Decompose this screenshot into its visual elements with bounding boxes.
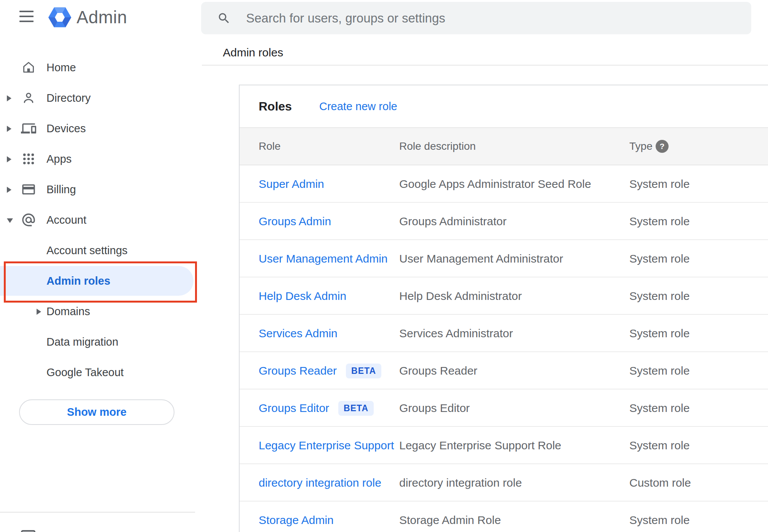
role-description: Storage Admin Role bbox=[399, 502, 501, 532]
role-type: System role bbox=[629, 315, 690, 352]
beta-badge: BETA bbox=[346, 364, 381, 378]
expand-arrow-icon[interactable] bbox=[7, 156, 11, 162]
search-bar bbox=[201, 2, 751, 34]
person-icon bbox=[21, 90, 36, 106]
table-row: Groups ReaderBETAGroups ReaderSystem rol… bbox=[240, 352, 768, 389]
role-type: System role bbox=[629, 240, 690, 277]
sidebar-item-directory[interactable]: Directory bbox=[0, 83, 202, 113]
menu-hamburger-icon[interactable] bbox=[19, 11, 34, 22]
table-row: Groups AdminGroups AdministratorSystem r… bbox=[240, 203, 768, 240]
role-link[interactable]: Groups Admin bbox=[259, 215, 331, 228]
expand-arrow-icon[interactable] bbox=[7, 95, 11, 101]
breadcrumb: Admin roles bbox=[223, 46, 283, 59]
role-type: System role bbox=[629, 352, 690, 389]
role-link[interactable]: User Management Admin bbox=[259, 252, 388, 265]
role-description: Groups Reader bbox=[399, 352, 477, 389]
role-link[interactable]: Legacy Enterprise Support bbox=[259, 439, 394, 452]
sidebar-item-account[interactable]: Account bbox=[0, 205, 202, 235]
column-header-type: Type bbox=[629, 128, 653, 165]
sidebar-item-admin-roles[interactable]: Admin roles bbox=[0, 266, 202, 296]
clipped-bottom-icon bbox=[21, 530, 35, 532]
role-cell: Groups ReaderBETA bbox=[259, 352, 381, 389]
role-link[interactable]: Groups Reader bbox=[259, 364, 337, 377]
role-link[interactable]: Services Admin bbox=[259, 327, 338, 340]
credit-card-icon bbox=[21, 182, 36, 197]
sidebar-item-account-settings[interactable]: Account settings bbox=[0, 235, 202, 266]
topbar-divider bbox=[202, 65, 768, 66]
sidebar-item-domains[interactable]: Domains bbox=[0, 296, 202, 327]
sidebar-bottom-divider bbox=[0, 512, 195, 513]
role-type: System role bbox=[629, 277, 690, 315]
column-header-role: Role bbox=[259, 128, 281, 165]
role-type: System role bbox=[629, 165, 690, 203]
role-link[interactable]: Groups Editor bbox=[259, 402, 329, 415]
apps-icon bbox=[21, 151, 36, 167]
role-link[interactable]: Super Admin bbox=[259, 178, 324, 191]
expand-collapse-icon[interactable] bbox=[7, 218, 13, 223]
table-row: Storage AdminStorage Admin RoleSystem ro… bbox=[240, 502, 768, 532]
item-highlight bbox=[0, 296, 194, 326]
sidebar-item-label: Admin roles bbox=[46, 266, 110, 296]
home-icon bbox=[21, 60, 36, 75]
sidebar-item-label: Directory bbox=[46, 83, 91, 113]
column-header-description: Role description bbox=[399, 128, 476, 165]
role-cell: Groups Admin bbox=[259, 203, 331, 240]
role-description: Google Apps Administrator Seed Role bbox=[399, 165, 591, 203]
role-link[interactable]: Help Desk Admin bbox=[259, 290, 346, 303]
create-new-role-link[interactable]: Create new role bbox=[319, 85, 397, 127]
show-more-button[interactable]: Show more bbox=[19, 399, 174, 425]
role-cell: Services Admin bbox=[259, 315, 338, 352]
devices-icon bbox=[21, 121, 36, 136]
expand-arrow-icon[interactable] bbox=[7, 126, 11, 132]
table-row: Help Desk AdminHelp Desk AdministratorSy… bbox=[240, 277, 768, 315]
sidebar-item-devices[interactable]: Devices bbox=[0, 113, 202, 144]
role-link[interactable]: directory integration role bbox=[259, 476, 381, 489]
type-help-icon[interactable]: ? bbox=[656, 140, 669, 153]
at-sign-icon bbox=[21, 212, 36, 228]
table-row: Super AdminGoogle Apps Administrator See… bbox=[240, 165, 768, 203]
role-cell: Groups EditorBETA bbox=[259, 389, 374, 427]
sidebar-item-google-takeout[interactable]: Google Takeout bbox=[0, 357, 202, 388]
role-type: Custom role bbox=[629, 464, 691, 502]
app-title: Admin bbox=[77, 6, 127, 28]
role-type: System role bbox=[629, 427, 690, 464]
beta-badge: BETA bbox=[338, 401, 374, 416]
role-description: Services Administrator bbox=[399, 315, 513, 352]
sidebar-item-apps[interactable]: Apps bbox=[0, 144, 202, 174]
sidebar-item-label: Domains bbox=[46, 296, 90, 327]
roles-card-header: Roles Create new role bbox=[240, 85, 768, 127]
roles-title: Roles bbox=[259, 85, 292, 127]
role-type: System role bbox=[629, 502, 690, 532]
table-row: User Management AdminUser Management Adm… bbox=[240, 240, 768, 277]
sidebar-item-data-migration[interactable]: Data migration bbox=[0, 327, 202, 357]
roles-table-body: Super AdminGoogle Apps Administrator See… bbox=[240, 165, 768, 532]
roles-card: Roles Create new role Role Role descript… bbox=[239, 85, 768, 532]
search-icon[interactable] bbox=[217, 11, 231, 25]
role-description: directory integration role bbox=[399, 464, 522, 502]
admin-logo-icon bbox=[48, 6, 71, 28]
sidebar: Admin HomeDirectoryDevicesAppsBillingAcc… bbox=[0, 0, 202, 532]
role-cell: directory integration role bbox=[259, 464, 381, 502]
role-description: Groups Editor bbox=[399, 389, 470, 427]
role-type: System role bbox=[629, 203, 690, 240]
search-input[interactable] bbox=[246, 2, 734, 34]
sidebar-item-home[interactable]: Home bbox=[0, 52, 202, 83]
table-row: Services AdminServices AdministratorSyst… bbox=[240, 315, 768, 352]
sidebar-item-label: Billing bbox=[46, 174, 76, 205]
sidebar-item-label: Apps bbox=[46, 144, 72, 174]
role-link[interactable]: Storage Admin bbox=[259, 514, 334, 527]
sidebar-item-billing[interactable]: Billing bbox=[0, 174, 202, 205]
role-cell: Super Admin bbox=[259, 165, 324, 203]
sidebar-item-label: Account settings bbox=[46, 235, 128, 266]
sidebar-item-label: Account bbox=[46, 205, 86, 235]
table-row: directory integration roledirectory inte… bbox=[240, 464, 768, 502]
expand-arrow-icon[interactable] bbox=[37, 309, 41, 315]
sidebar-item-label: Devices bbox=[46, 113, 86, 144]
roles-table-header: Role Role description Type ? bbox=[240, 127, 768, 165]
role-cell: User Management Admin bbox=[259, 240, 388, 277]
expand-arrow-icon[interactable] bbox=[7, 187, 11, 193]
role-cell: Storage Admin bbox=[259, 502, 334, 532]
role-description: Legacy Enterprise Support Role bbox=[399, 427, 561, 464]
role-description: Groups Administrator bbox=[399, 203, 507, 240]
table-row: Groups EditorBETAGroups EditorSystem rol… bbox=[240, 389, 768, 427]
